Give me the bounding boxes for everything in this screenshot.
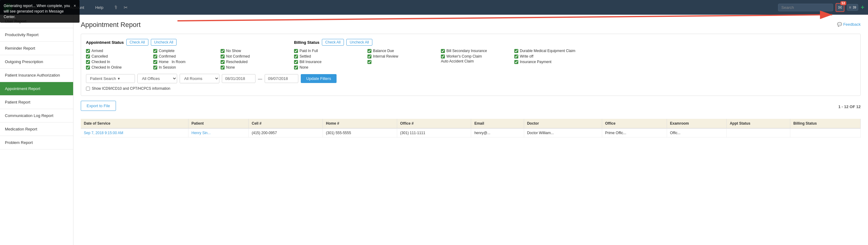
chk-bill-insurance[interactable]: Bill Insurance	[294, 60, 361, 64]
sidebar-item-outgoing-prescription[interactable]: Outgoing Prescription	[0, 55, 73, 69]
sidebar-item-communication-log[interactable]: Communication Log Report	[0, 109, 73, 123]
message-badge: 53	[840, 1, 846, 5]
th-office-num: Office #	[397, 119, 471, 128]
chk-checked-in-online[interactable]: Checked In Online	[86, 65, 147, 70]
table-header: Date of Service Patient Cell # Home # Of…	[81, 119, 861, 128]
billing-check-all[interactable]: Check All	[322, 39, 344, 46]
tooltip-close[interactable]: ×	[74, 3, 76, 8]
appt-uncheck-all[interactable]: Uncheck All	[151, 39, 177, 46]
cell-cell: (415) 200-0957	[248, 128, 323, 137]
office-select[interactable]: All Offices	[137, 74, 177, 83]
chk-bill-secondary[interactable]: Bill Secondary Insurance	[441, 49, 508, 53]
cell-patient[interactable]: Henry Sin...	[188, 128, 248, 137]
chk-internal-review[interactable]: Internal Review	[368, 54, 435, 58]
sidebar-item-patient-report[interactable]: Patient Report	[0, 96, 73, 109]
search-input[interactable]	[778, 4, 833, 11]
billing-uncheck-all[interactable]: Uncheck All	[346, 39, 372, 46]
icd-checkbox[interactable]	[86, 87, 90, 91]
appt-status-checkboxes: Arrived Complete No Show Cancelled Confi…	[86, 49, 282, 70]
table-row: Sep 7, 2018 9:15:00 AM Henry Sin... (415…	[81, 128, 861, 137]
search-filter-row: Patient Search ▾ All Offices All Rooms —…	[86, 74, 856, 83]
tooltip-message: Generating report... When complete, you …	[4, 4, 70, 19]
notifications-button[interactable]: ≡ 39	[847, 4, 858, 11]
billing-status-group: Billing Status Check All Uncheck All Pai…	[294, 39, 582, 70]
icd-label: Show ICD9/ICD10 and CPT/HCPCS informatio…	[92, 86, 170, 91]
sidebar-item-reminder-report[interactable]: Reminder Report	[0, 42, 73, 55]
sidebar-item-appointment-report[interactable]: Appointment Report	[0, 82, 73, 96]
th-examroom: Examroom	[667, 119, 726, 128]
caduceus-icon: ⚕	[115, 4, 118, 11]
chk-cancelled[interactable]: Cancelled	[86, 54, 147, 58]
th-appt-status: Appt Status	[727, 119, 790, 128]
chk-balance-due[interactable]: Balance Due	[368, 49, 435, 53]
cell-home: (301) 555-5555	[323, 128, 397, 137]
th-cell: Cell #	[248, 119, 323, 128]
cell-doctor: Doctor William...	[524, 128, 602, 137]
appt-check-all[interactable]: Check All	[126, 39, 148, 46]
cell-examroom: Offic...	[667, 128, 726, 137]
cell-office-num: (301) 111-1111	[397, 128, 471, 137]
chk-auto-accident[interactable]	[368, 60, 435, 64]
chk-rescheduled[interactable]: Rescheduled	[221, 60, 282, 64]
chk-not-confirmed[interactable]: Not Confirmed	[221, 54, 282, 58]
chk-auto-accident-label[interactable]: Auto Accident Claim	[441, 58, 508, 64]
billing-status-checkboxes: Paid In Full Balance Due Bill Secondary …	[294, 49, 582, 70]
th-email: Email	[471, 119, 524, 128]
chk-complete[interactable]: Complete	[153, 49, 215, 53]
results-count: 1 - 12 OF 12	[838, 104, 861, 109]
sidebar-item-problem-report[interactable]: Problem Report	[0, 136, 73, 149]
room-select[interactable]: All Rooms	[180, 74, 219, 83]
notification-icon: ≡	[849, 5, 851, 9]
cell-office: Prime Offic...	[602, 128, 667, 137]
chk-workers-comp[interactable]: Worker's Comp Claim	[441, 54, 508, 58]
chk-paid-full[interactable]: Paid In Full	[294, 49, 361, 53]
date-to-input[interactable]	[265, 74, 298, 83]
chk-no-show[interactable]: No Show	[221, 49, 282, 53]
chk-arrived[interactable]: Arrived	[86, 49, 147, 53]
chk-checked-in[interactable]: Checked In	[86, 60, 147, 64]
th-billing-status: Billing Status	[790, 119, 861, 128]
chk-confirmed[interactable]: Confirmed	[153, 54, 215, 58]
messages-button[interactable]: ✉ 53	[836, 3, 844, 12]
appointment-status-group: Appointment Status Check All Uncheck All…	[86, 39, 282, 70]
billing-status-label: Billing Status	[294, 40, 319, 45]
update-filters-button[interactable]: Update Filters	[301, 74, 337, 83]
tooltip-box: × Generating report... When complete, yo…	[0, 0, 80, 23]
chk-home-inroom[interactable]: Home In Room	[153, 60, 215, 64]
feedback-link[interactable]: 💬 Feedback	[837, 22, 861, 27]
main-content: Appointment Report 💬 Feedback Appointmen…	[73, 15, 868, 245]
sidebar-item-patient-insurance[interactable]: Patient Insurance Authorization	[0, 69, 73, 82]
top-nav: Reports Billing Account Help ⚕ ✂ ✉ 53 ≡ …	[0, 0, 868, 15]
th-patient: Patient	[188, 119, 248, 128]
dropdown-arrow-icon: ▾	[118, 76, 120, 81]
date-from-input[interactable]	[222, 74, 255, 83]
cell-billing-status	[790, 128, 861, 137]
chk-in-session[interactable]: In Session	[153, 65, 215, 70]
th-doctor: Doctor	[524, 119, 602, 128]
appt-status-label: Appointment Status	[86, 40, 124, 45]
appt-status-header: Appointment Status Check All Uncheck All	[86, 39, 282, 46]
chk-settled[interactable]: Settled	[294, 54, 361, 58]
main-layout: User Report Productivity Report Reminder…	[0, 15, 868, 245]
scissors-icon: ✂	[124, 5, 128, 10]
chk-none-billing[interactable]: None	[294, 65, 361, 70]
filters-section: Appointment Status Check All Uncheck All…	[81, 34, 861, 96]
chk-insurance-payment[interactable]: Insurance Payment	[514, 60, 582, 64]
sidebar: User Report Productivity Report Reminder…	[0, 15, 73, 245]
nav-help[interactable]: Help	[93, 4, 106, 11]
sidebar-item-medication-report[interactable]: Medication Report	[0, 123, 73, 136]
chk-none-appt[interactable]: None	[221, 65, 282, 70]
cell-date[interactable]: Sep 7, 2018 9:15:00 AM	[81, 128, 188, 137]
chk-durable-medical[interactable]: Durable Medical Equipment Claim	[514, 49, 582, 53]
mail-icon: ✉	[838, 5, 842, 10]
sidebar-item-productivity-report[interactable]: Productivity Report	[0, 28, 73, 42]
billing-status-header: Billing Status Check All Uncheck All	[294, 39, 582, 46]
export-button[interactable]: Export to File	[81, 101, 116, 111]
add-button[interactable]: +	[861, 4, 864, 11]
patient-search-button[interactable]: Patient Search ▾	[86, 74, 135, 83]
th-home: Home #	[323, 119, 397, 128]
th-date-of-service: Date of Service	[81, 119, 188, 128]
chk-write-off[interactable]: Write off	[514, 54, 582, 58]
export-row: Export to File 1 - 12 OF 12	[81, 101, 861, 115]
notification-badge: 39	[853, 6, 856, 9]
